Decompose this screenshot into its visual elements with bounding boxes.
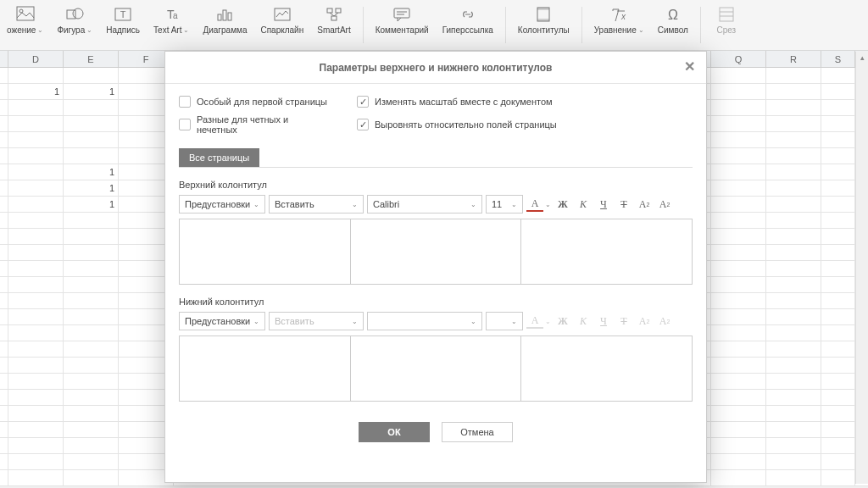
cell[interactable] <box>64 438 119 454</box>
cell[interactable] <box>711 261 766 277</box>
ribbon-comment[interactable]: Комментарий <box>369 3 436 47</box>
cell[interactable] <box>766 261 821 277</box>
cell[interactable] <box>0 454 8 470</box>
cell[interactable] <box>8 261 64 277</box>
cell[interactable] <box>766 100 821 116</box>
cell[interactable] <box>0 277 8 293</box>
cell[interactable] <box>0 261 8 277</box>
cell[interactable] <box>821 438 855 454</box>
cell[interactable] <box>711 100 766 116</box>
cell[interactable] <box>766 358 821 374</box>
cell[interactable] <box>0 325 8 341</box>
cell[interactable] <box>8 454 64 470</box>
cell[interactable] <box>711 293 766 309</box>
cell[interactable] <box>711 197 766 213</box>
ribbon-smartart[interactable]: SmartArt <box>310 3 357 47</box>
ribbon-symbol[interactable]: ΩСимвол <box>651 3 695 47</box>
ok-button[interactable]: ОК <box>359 422 430 442</box>
cell[interactable] <box>64 309 119 325</box>
cell[interactable] <box>766 84 821 100</box>
ribbon-equation[interactable]: xУравнение⌄ <box>587 3 651 47</box>
cell[interactable] <box>711 374 766 390</box>
cell[interactable] <box>821 277 855 293</box>
cell[interactable] <box>8 341 64 358</box>
cell[interactable] <box>821 197 855 213</box>
cell[interactable] <box>8 293 64 309</box>
cell[interactable] <box>64 454 119 470</box>
cell[interactable] <box>821 390 855 406</box>
cell[interactable] <box>0 358 8 374</box>
cell[interactable] <box>0 422 8 438</box>
scroll-up-icon[interactable]: ▴ <box>856 52 868 64</box>
cell[interactable] <box>0 438 8 454</box>
tab-all-pages[interactable]: Все страницы <box>179 148 259 167</box>
cell[interactable] <box>766 406 821 422</box>
cell[interactable] <box>8 100 64 116</box>
cell[interactable] <box>64 277 119 293</box>
cell[interactable] <box>0 197 8 213</box>
header-insert-select[interactable]: Вставить⌄ <box>269 195 364 214</box>
cell[interactable] <box>0 374 8 390</box>
cell[interactable] <box>64 325 119 341</box>
cell[interactable] <box>8 422 64 438</box>
ribbon-headers[interactable]: Колонтитулы <box>511 3 576 47</box>
footer-right-cell[interactable] <box>521 336 692 401</box>
check-first-page[interactable]: Особый для первой страницы <box>179 96 331 108</box>
cell[interactable] <box>64 229 119 245</box>
cell[interactable] <box>766 438 821 454</box>
cell[interactable] <box>64 470 119 486</box>
header-center-cell[interactable] <box>351 219 522 284</box>
cell[interactable] <box>64 245 119 261</box>
cell[interactable] <box>64 422 119 438</box>
cell[interactable] <box>766 213 821 229</box>
cell[interactable] <box>0 132 8 148</box>
cell[interactable] <box>64 358 119 374</box>
cell[interactable]: 1 <box>64 164 119 180</box>
cell[interactable] <box>711 116 766 132</box>
check-scale[interactable]: Изменять масштаб вместе с документом <box>357 96 553 108</box>
cell[interactable] <box>766 229 821 245</box>
cell[interactable] <box>766 132 821 148</box>
check-odd-even[interactable]: Разные для четных и нечетных <box>179 114 331 135</box>
cell[interactable] <box>8 358 64 374</box>
header-presets-select[interactable]: Предустановки⌄ <box>179 195 265 214</box>
cell[interactable] <box>64 390 119 406</box>
cell[interactable] <box>8 180 64 197</box>
cell[interactable] <box>766 148 821 164</box>
cell[interactable] <box>8 438 64 454</box>
cell[interactable] <box>821 100 855 116</box>
cell[interactable] <box>0 229 8 245</box>
cell[interactable] <box>766 293 821 309</box>
cell[interactable] <box>711 422 766 438</box>
cell[interactable] <box>0 245 8 261</box>
cell[interactable] <box>711 438 766 454</box>
cell[interactable] <box>821 116 855 132</box>
cell[interactable] <box>8 374 64 390</box>
cancel-button[interactable]: Отмена <box>442 422 513 442</box>
cell[interactable] <box>766 164 821 180</box>
cell[interactable] <box>766 454 821 470</box>
cell[interactable] <box>0 390 8 406</box>
cell[interactable] <box>766 390 821 406</box>
col-header[interactable]: R <box>766 51 821 67</box>
cell[interactable] <box>766 68 821 84</box>
cell[interactable] <box>821 132 855 148</box>
cell[interactable] <box>64 148 119 164</box>
cell[interactable] <box>711 229 766 245</box>
cell[interactable] <box>0 309 8 325</box>
cell[interactable] <box>711 309 766 325</box>
cell[interactable]: 1 <box>8 84 64 100</box>
cell[interactable] <box>0 213 8 229</box>
cell[interactable] <box>64 341 119 358</box>
close-icon[interactable]: ✕ <box>682 60 696 74</box>
cell[interactable] <box>821 309 855 325</box>
cell[interactable] <box>711 164 766 180</box>
cell[interactable] <box>711 132 766 148</box>
cell[interactable] <box>821 454 855 470</box>
cell[interactable] <box>64 293 119 309</box>
footer-center-cell[interactable] <box>351 336 522 401</box>
cell[interactable] <box>711 341 766 358</box>
ribbon-shape[interactable]: Фигура⌄ <box>50 3 99 47</box>
cell[interactable] <box>64 374 119 390</box>
cell[interactable] <box>821 68 855 84</box>
